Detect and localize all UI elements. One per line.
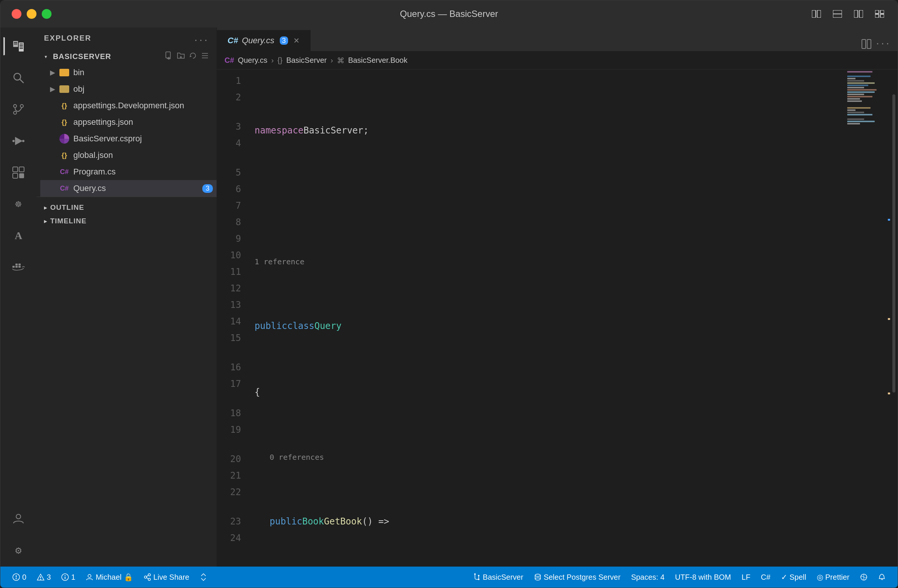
code-content[interactable]: namespace BasicServer; 1 reference publi… xyxy=(247,69,846,567)
svg-rect-6 xyxy=(875,10,879,14)
status-bar: 0 3 1 Michael 🔒 Live Share BasicServer xyxy=(0,567,898,588)
svg-point-68 xyxy=(535,578,540,580)
status-prettier[interactable]: ◎ Prettier xyxy=(812,571,854,583)
activity-item-explorer[interactable] xyxy=(3,31,34,61)
svg-rect-32 xyxy=(18,266,21,268)
breadcrumb-file[interactable]: Query.cs xyxy=(238,56,268,64)
svg-rect-31 xyxy=(15,266,18,268)
list-item[interactable]: ▶ obj xyxy=(40,81,217,97)
svg-rect-36 xyxy=(166,52,170,58)
activity-item-search[interactable] xyxy=(3,63,34,93)
list-item[interactable]: ▶ bin xyxy=(40,64,217,81)
tab-query-cs[interactable]: C# Query.cs 3 ✕ xyxy=(217,30,311,51)
status-errors[interactable]: 0 xyxy=(8,571,31,583)
svg-point-20 xyxy=(14,104,17,107)
breadcrumb-class-icon: ⌘ xyxy=(337,56,344,65)
status-no-sync[interactable] xyxy=(195,572,212,582)
status-bell[interactable] xyxy=(873,572,890,582)
project-name: BASICSERVER xyxy=(53,52,111,61)
svg-rect-14 xyxy=(20,44,23,45)
activity-item-extensions[interactable] xyxy=(3,158,34,187)
minimap xyxy=(846,69,891,567)
status-info[interactable]: 1 xyxy=(57,571,80,583)
prettier-label: ◎ Prettier xyxy=(817,573,849,582)
file-name: BasicServer.csproj xyxy=(73,134,213,144)
svg-rect-1 xyxy=(817,10,821,18)
activity-item-docker[interactable] xyxy=(3,252,34,282)
file-badge: 3 xyxy=(202,184,213,193)
close-button[interactable] xyxy=(12,9,22,19)
collapse-all-icon[interactable] xyxy=(201,52,209,61)
activity-item-debug[interactable] xyxy=(3,126,34,156)
split-editor-icon[interactable] xyxy=(810,9,823,19)
list-item[interactable]: ▶ C# Program.cs xyxy=(40,164,217,180)
breadcrumb: C# Query.cs › {} BasicServer › ⌘ BasicSe… xyxy=(217,52,898,69)
status-db[interactable]: Select Postgres Server xyxy=(529,571,625,583)
list-item[interactable]: ▶ {} global.json xyxy=(40,147,217,164)
minimize-button[interactable] xyxy=(27,9,37,19)
sidebar-more-button[interactable]: ... xyxy=(192,33,209,44)
status-encoding[interactable]: UTF-8 with BOM xyxy=(670,571,735,583)
activity-item-settings[interactable]: ⚙ xyxy=(3,535,34,565)
timeline-label: TIMELINE xyxy=(50,217,86,225)
bottom-sections: ▶ OUTLINE ▶ TIMELINE xyxy=(37,197,217,232)
encoding-label: UTF-8 with BOM xyxy=(675,573,731,582)
status-remote[interactable] xyxy=(855,572,872,582)
svg-rect-33 xyxy=(15,264,18,266)
layout-icon[interactable] xyxy=(831,9,844,19)
status-language[interactable]: C# xyxy=(756,571,775,583)
maximize-button[interactable] xyxy=(42,9,52,19)
status-line-ending[interactable]: LF xyxy=(737,571,755,583)
breadcrumb-namespace[interactable]: BasicServer xyxy=(286,56,327,64)
project-section-header[interactable]: ▾ BASICSERVER xyxy=(37,49,217,64)
outline-section-header[interactable]: ▶ OUTLINE xyxy=(37,201,217,214)
code-line: public class Query xyxy=(255,318,846,334)
refresh-icon[interactable] xyxy=(189,52,197,61)
customize-layout-icon[interactable] xyxy=(873,9,886,19)
scrollbar-vertical[interactable] xyxy=(891,69,898,567)
activity-item-font[interactable]: A xyxy=(3,221,34,251)
live-share-label: Live Share xyxy=(154,573,189,582)
tab-badge: 3 xyxy=(280,37,288,45)
more-actions-button[interactable]: ··· xyxy=(875,39,890,51)
activity-item-account[interactable] xyxy=(3,504,34,533)
traffic-lights xyxy=(12,9,52,19)
split-editor-button[interactable] xyxy=(861,39,871,51)
status-live-share[interactable]: Live Share xyxy=(139,571,194,583)
tab-label: Query.cs xyxy=(242,36,274,46)
panel-icon[interactable] xyxy=(852,9,865,19)
timeline-section-header[interactable]: ▶ TIMELINE xyxy=(37,214,217,228)
svg-rect-7 xyxy=(880,10,884,14)
status-user[interactable]: Michael 🔒 xyxy=(81,571,137,583)
code-line-reference[interactable]: 0 references xyxy=(255,451,846,464)
svg-point-63 xyxy=(478,575,480,576)
cs-icon: C# xyxy=(228,36,238,46)
svg-point-24 xyxy=(12,140,15,142)
svg-rect-17 xyxy=(20,48,23,49)
new-file-icon[interactable] xyxy=(165,52,173,61)
svg-point-56 xyxy=(145,576,147,578)
status-spaces[interactable]: Spaces: 4 xyxy=(626,571,669,583)
svg-point-58 xyxy=(148,578,151,580)
status-warnings[interactable]: 3 xyxy=(32,571,55,583)
list-item[interactable]: ▶ BasicServer.csproj xyxy=(40,130,217,147)
list-item[interactable]: ▶ {} appsettings.Development.json xyxy=(40,97,217,114)
code-line-reference[interactable]: 1 reference xyxy=(255,255,846,268)
svg-point-35 xyxy=(16,514,21,519)
file-explorer: ▾ BASICSERVER xyxy=(37,49,217,567)
list-item[interactable]: ▶ C# Query.cs 3 xyxy=(40,180,217,197)
list-item[interactable]: ▶ {} appsettings.json xyxy=(40,114,217,130)
new-folder-icon[interactable] xyxy=(177,52,185,61)
svg-rect-16 xyxy=(20,47,23,48)
breadcrumb-class[interactable]: BasicServer.Book xyxy=(348,56,407,64)
titlebar: Query.cs — BasicServer xyxy=(0,0,898,28)
status-branch[interactable]: BasicServer xyxy=(469,571,528,583)
activity-item-source-control[interactable] xyxy=(3,94,34,124)
svg-rect-12 xyxy=(14,42,17,43)
breadcrumb-sep-2: › xyxy=(331,56,333,64)
status-spell[interactable]: ✓ Spell xyxy=(777,571,811,583)
activity-item-kubernetes[interactable]: ☸ xyxy=(3,189,34,219)
vscode-window: Query.cs — BasicServer xyxy=(0,0,898,588)
svg-point-55 xyxy=(88,574,91,577)
tab-close-button[interactable]: ✕ xyxy=(293,36,300,45)
